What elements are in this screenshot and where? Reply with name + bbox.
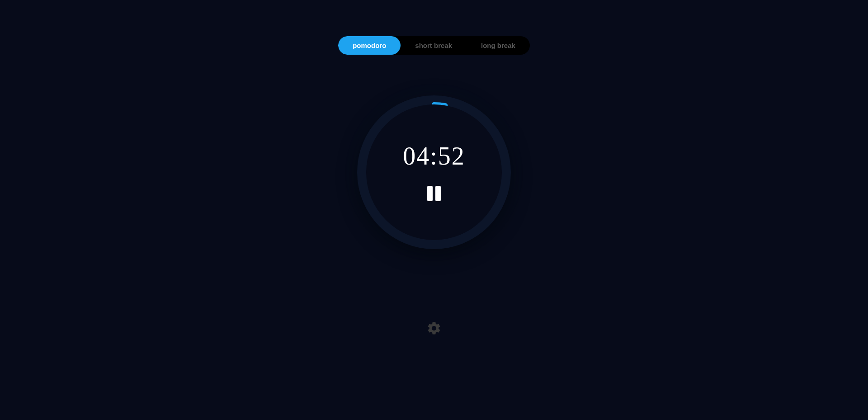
timer-inner: 04:52 (366, 104, 502, 240)
pause-icon (427, 186, 433, 201)
tab-pomodoro[interactable]: pomodoro (338, 36, 401, 55)
tab-short-break[interactable]: short break (401, 36, 467, 55)
tab-long-break[interactable]: long break (467, 36, 530, 55)
gear-icon (426, 321, 442, 336)
timer-container: 04:52 (344, 82, 524, 263)
pause-icon (435, 186, 441, 201)
pause-button[interactable] (425, 184, 443, 203)
timer-display: 04:52 (403, 142, 465, 170)
settings-button[interactable] (423, 317, 445, 341)
mode-tabs: pomodoro short break long break (338, 36, 530, 55)
